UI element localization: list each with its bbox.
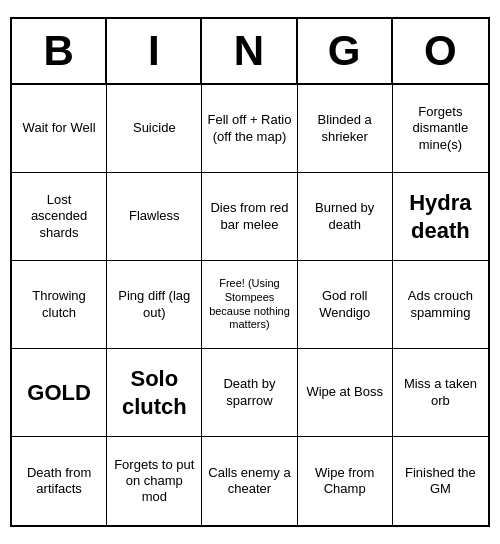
bingo-cell-15[interactable]: GOLD (12, 349, 107, 437)
bingo-cell-18[interactable]: Wipe at Boss (298, 349, 393, 437)
bingo-cell-3[interactable]: Blinded a shrieker (298, 85, 393, 173)
bingo-cell-2[interactable]: Fell off + Ratio (off the map) (202, 85, 297, 173)
bingo-cell-23[interactable]: Wipe from Champ (298, 437, 393, 525)
bingo-cell-7[interactable]: Dies from red bar melee (202, 173, 297, 261)
bingo-cell-6[interactable]: Flawless (107, 173, 202, 261)
bingo-letter-i: I (107, 19, 202, 83)
bingo-grid: Wait for WellSuicideFell off + Ratio (of… (12, 85, 488, 525)
bingo-cell-1[interactable]: Suicide (107, 85, 202, 173)
bingo-cell-9[interactable]: Hydra death (393, 173, 488, 261)
bingo-letter-o: O (393, 19, 488, 83)
bingo-cell-13[interactable]: God roll Wendigo (298, 261, 393, 349)
bingo-cell-4[interactable]: Forgets dismantle mine(s) (393, 85, 488, 173)
bingo-cell-0[interactable]: Wait for Well (12, 85, 107, 173)
bingo-cell-11[interactable]: Ping diff (lag out) (107, 261, 202, 349)
bingo-letter-b: B (12, 19, 107, 83)
bingo-card: BINGO Wait for WellSuicideFell off + Rat… (10, 17, 490, 527)
bingo-cell-21[interactable]: Forgets to put on champ mod (107, 437, 202, 525)
bingo-cell-10[interactable]: Throwing clutch (12, 261, 107, 349)
bingo-cell-22[interactable]: Calls enemy a cheater (202, 437, 297, 525)
bingo-cell-16[interactable]: Solo clutch (107, 349, 202, 437)
bingo-cell-12[interactable]: Free! (Using Stompees because nothing ma… (202, 261, 297, 349)
bingo-cell-14[interactable]: Ads crouch spamming (393, 261, 488, 349)
bingo-cell-8[interactable]: Burned by death (298, 173, 393, 261)
bingo-cell-24[interactable]: Finished the GM (393, 437, 488, 525)
bingo-header: BINGO (12, 19, 488, 85)
bingo-cell-5[interactable]: Lost ascended shards (12, 173, 107, 261)
bingo-letter-g: G (298, 19, 393, 83)
bingo-cell-19[interactable]: Miss a taken orb (393, 349, 488, 437)
bingo-letter-n: N (202, 19, 297, 83)
bingo-cell-17[interactable]: Death by sparrow (202, 349, 297, 437)
bingo-cell-20[interactable]: Death from artifacts (12, 437, 107, 525)
